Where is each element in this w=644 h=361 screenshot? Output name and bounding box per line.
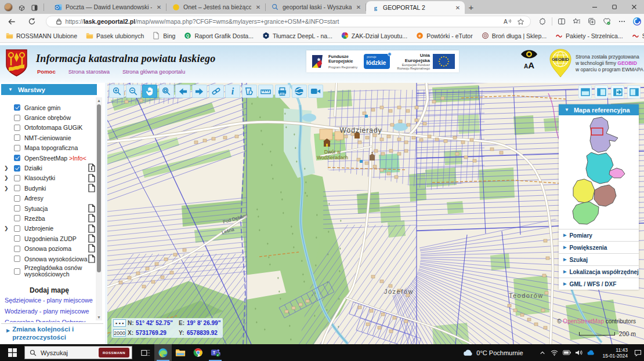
close-button[interactable] [624, 0, 644, 14]
clock[interactable]: 11:43 15-01-2024 [603, 347, 628, 359]
doc-icon[interactable] [88, 174, 95, 183]
profile-avatar[interactable] [4, 3, 13, 12]
bookmark-item-2[interactable]: Pasek ulubionych [86, 32, 144, 39]
taskbar-app-chrome[interactable] [189, 344, 207, 361]
bookmark-item-10[interactable]: Strzelnica RP - Strze... [632, 32, 644, 39]
split-screen-icon[interactable] [555, 15, 569, 28]
weather-widget[interactable]: 0°C Pochmurnie [464, 349, 523, 356]
bookmark-item-6[interactable]: ZAK-Dział Layoutu... [341, 32, 407, 39]
tab-close-icon[interactable]: ✕ [155, 4, 162, 10]
layer-info-link[interactable]: >Info< [69, 155, 86, 162]
layer-checkbox[interactable] [14, 215, 20, 221]
back-button[interactable] [5, 15, 20, 28]
taskbar-app-teams[interactable]: T [207, 344, 224, 361]
hidden-icons-chevron[interactable] [538, 349, 547, 357]
layer-checkbox[interactable] [14, 125, 20, 131]
tab-actions-icon[interactable] [31, 3, 38, 11]
doc-icon[interactable] [88, 204, 95, 213]
ruler-toggle[interactable]: ▪ ▪ ▪ [113, 319, 126, 327]
sidebar-scrollbar[interactable]: ▲ ▼ [96, 97, 102, 320]
battery-icon[interactable] [563, 349, 571, 357]
tab-close-icon[interactable]: ✕ [355, 4, 362, 10]
map-tool-measure[interactable] [258, 85, 273, 98]
bookmark-item-5[interactable]: Tłumacz DeepL - na... [262, 32, 332, 39]
map-tool-globe[interactable] [292, 85, 307, 98]
doc-icon[interactable] [88, 214, 95, 223]
rossmann-taskbar-button[interactable]: ROSSMANN [99, 348, 129, 358]
extensions-icon[interactable] [536, 15, 549, 28]
layer-checkbox[interactable] [14, 115, 20, 121]
reference-map-header[interactable]: ▼Mapa referencyjna [559, 104, 639, 115]
expand-chevron-icon[interactable]: ❯ [4, 175, 10, 181]
notification-center-icon[interactable] [631, 344, 644, 361]
layer-checkbox[interactable] [14, 246, 20, 252]
layer-checkbox[interactable] [14, 256, 20, 262]
map-canvas[interactable]: WodzieradyDwór wWodzieradachJózefówTeodo… [107, 83, 644, 344]
tab-close-icon[interactable]: ✕ [255, 4, 262, 10]
scroll-down-icon[interactable]: ▼ [96, 314, 102, 320]
header-nav-link-1[interactable]: Pomoc [37, 68, 56, 75]
map-tool-arrow-right[interactable] [192, 85, 207, 98]
bookmark-item-9[interactable]: Pakiety - Strzelnica... [555, 32, 623, 39]
doc-icon[interactable] [88, 224, 95, 233]
panel-left-button[interactable] [595, 85, 608, 99]
collections-icon[interactable] [585, 15, 599, 28]
geobid-logo[interactable]: GEOBID [548, 49, 573, 78]
scroll-up-icon[interactable]: ▲ [96, 97, 102, 104]
map-tool-print[interactable] [275, 85, 290, 98]
read-aloud-icon[interactable]: A [501, 16, 514, 27]
ref-menu-4[interactable]: ▶Lokalizacja współrzędnej [559, 265, 639, 278]
taskbar-search[interactable]: Wyszukaj ROSSMANN [24, 346, 132, 359]
header-nav-link-2[interactable]: Strona starostwa [68, 68, 110, 75]
expand-chevron-icon[interactable]: ❯ [4, 185, 10, 191]
browser-tab-1[interactable]: Poczta — Dawid Lewandowski — ✕ [49, 0, 166, 14]
add-map-link-3[interactable]: Generalna Dyrekcja Ochrony [5, 319, 97, 322]
layer-checkbox[interactable] [14, 235, 20, 242]
doc-info-icon[interactable] [88, 163, 95, 172]
bookmark-item-7[interactable]: ePowtórki - eTutor [416, 32, 473, 39]
ref-menu-1[interactable]: ▶Pomiary [559, 229, 639, 241]
layer-checkbox[interactable] [14, 185, 20, 191]
favorite-star-icon[interactable] [514, 16, 527, 27]
map-tool-info[interactable]: i [225, 85, 240, 98]
reference-map[interactable] [559, 115, 639, 229]
layer-checkbox[interactable] [14, 225, 20, 232]
add-map-link-1[interactable]: Sędziejowice - plany miejscowe [5, 297, 97, 304]
taskbar-app-explorer[interactable] [172, 344, 189, 361]
map-tool-arrow-left[interactable] [175, 85, 190, 98]
doc-icon[interactable] [88, 254, 95, 263]
doc-icon[interactable] [88, 184, 95, 192]
start-button[interactable] [0, 344, 24, 361]
map-tool-link[interactable] [209, 85, 224, 98]
expand-chevron-icon[interactable]: ❯ [4, 225, 10, 231]
workspaces-icon[interactable] [18, 3, 26, 11]
doc-icon[interactable] [88, 244, 95, 253]
address-bar[interactable]: https://lask.geoportal2.pl/map/www/mapa.… [46, 16, 531, 27]
refresh-button[interactable] [24, 15, 39, 28]
favorites-list-icon[interactable] [570, 15, 584, 28]
layer-checkbox[interactable] [14, 195, 20, 202]
minimize-button[interactable] [585, 0, 605, 14]
new-tab-button[interactable]: + [465, 1, 477, 13]
map-tool-identify[interactable]: i [242, 85, 257, 98]
panel-right-button[interactable] [627, 85, 641, 99]
expand-chevron-icon[interactable]: ❯ [4, 165, 10, 171]
map-tool-camera[interactable] [308, 85, 323, 98]
layer-checkbox[interactable] [14, 165, 20, 172]
bookmark-item-8[interactable]: Broń długa | Sklep... [482, 32, 547, 39]
layer-checkbox[interactable] [14, 134, 20, 141]
ref-menu-3[interactable]: ▶Szukaj [559, 253, 639, 265]
layer-checkbox[interactable] [14, 145, 20, 151]
lock-icon[interactable] [52, 16, 65, 27]
ref-menu-2[interactable]: ▶Powiększenia [559, 241, 639, 253]
layer-checkbox[interactable] [14, 155, 20, 161]
layers-panel-header[interactable]: ▼Warstwy [1, 84, 97, 95]
layer-order-link[interactable]: ▶ Zmiana kolejności i przezroczystości [1, 323, 103, 343]
scrollbar-thumb[interactable] [97, 104, 101, 272]
layer-checkbox[interactable] [14, 268, 20, 275]
network-icon[interactable] [551, 349, 559, 357]
browser-essentials-icon[interactable] [600, 15, 614, 28]
map-tool-pan[interactable] [142, 85, 157, 98]
accessibility-widget[interactable]: AA [519, 49, 540, 70]
taskbar-app-edge[interactable] [154, 344, 172, 361]
